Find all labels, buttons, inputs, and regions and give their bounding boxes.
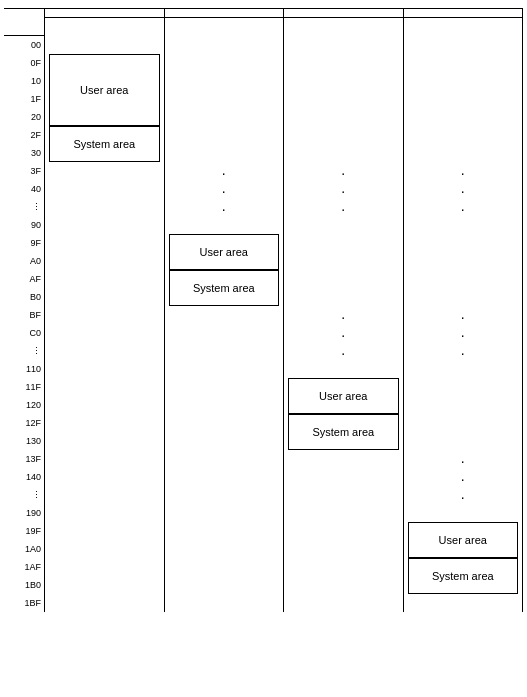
dot-marker: · xyxy=(404,308,523,326)
row-label: BF xyxy=(4,306,44,324)
row-label: 40 xyxy=(4,180,44,198)
row-label: 19F xyxy=(4,522,44,540)
row-label: 13F xyxy=(4,450,44,468)
rxry-label xyxy=(4,8,44,36)
columns-area: User areaSystem area User areaSystem are… xyxy=(44,8,523,612)
dot-marker: · xyxy=(404,470,523,488)
dot-marker: · xyxy=(165,164,284,182)
row-label: 190 xyxy=(4,504,44,522)
row-label: AF xyxy=(4,270,44,288)
row-label: 10 xyxy=(4,72,44,90)
col-header-1 xyxy=(44,9,164,17)
col-header-3 xyxy=(283,9,403,17)
row-label: 9F xyxy=(4,234,44,252)
main-container: 000F101F202F303F40⋮909FA0AFB0BFC0⋮11011F… xyxy=(0,0,527,616)
row-label: 1A0 xyxy=(4,540,44,558)
table-wrapper: 000F101F202F303F40⋮909FA0AFB0BFC0⋮11011F… xyxy=(4,8,523,612)
col-3: User areaSystem area······ xyxy=(283,18,403,612)
col-header-2 xyxy=(164,9,284,17)
col1-system-area: System area xyxy=(49,126,160,162)
col-headers xyxy=(44,8,523,18)
col-4: User areaSystem area········· xyxy=(403,18,524,612)
row-label: 20 xyxy=(4,108,44,126)
col4-user-area: User area xyxy=(408,522,519,558)
dot-marker: · xyxy=(284,326,403,344)
row-label: 30 xyxy=(4,144,44,162)
row-label: 2F xyxy=(4,126,44,144)
row-label: C0 xyxy=(4,324,44,342)
dot-marker: · xyxy=(404,182,523,200)
row-label: 110 xyxy=(4,360,44,378)
dot-marker: · xyxy=(165,200,284,218)
col-2: User areaSystem area··· xyxy=(164,18,284,612)
dot-marker: · xyxy=(404,452,523,470)
row-label: 0F xyxy=(4,54,44,72)
dot-marker: · xyxy=(165,182,284,200)
dot-marker: · xyxy=(404,488,523,506)
col3-system-area: System area xyxy=(288,414,399,450)
col2-user-area: User area xyxy=(169,234,280,270)
col1-user-area: User area xyxy=(49,54,160,126)
row-label: 1AF xyxy=(4,558,44,576)
row-label: ⋮ xyxy=(4,198,44,216)
col-header-4 xyxy=(403,9,524,17)
dot-marker: · xyxy=(284,344,403,362)
col2-system-area: System area xyxy=(169,270,280,306)
row-label: ⋮ xyxy=(4,486,44,504)
row-label: 3F xyxy=(4,162,44,180)
row-label: 140 xyxy=(4,468,44,486)
row-label: 12F xyxy=(4,414,44,432)
dot-marker: · xyxy=(284,200,403,218)
row-label: 00 xyxy=(4,36,44,54)
row-label: 1F xyxy=(4,90,44,108)
dot-marker: · xyxy=(404,200,523,218)
col3-user-area: User area xyxy=(288,378,399,414)
row-label: B0 xyxy=(4,288,44,306)
row-labels: 000F101F202F303F40⋮909FA0AFB0BFC0⋮11011F… xyxy=(4,8,44,612)
dot-marker: · xyxy=(404,164,523,182)
dot-marker: · xyxy=(284,164,403,182)
data-grid: User areaSystem area User areaSystem are… xyxy=(44,18,523,612)
col4-system-area: System area xyxy=(408,558,519,594)
row-label: 120 xyxy=(4,396,44,414)
col-1: User areaSystem area xyxy=(44,18,164,612)
row-label: 1BF xyxy=(4,594,44,612)
row-label: 90 xyxy=(4,216,44,234)
row-label: ⋮ xyxy=(4,342,44,360)
dot-marker: · xyxy=(404,344,523,362)
row-label: A0 xyxy=(4,252,44,270)
row-label: 1B0 xyxy=(4,576,44,594)
dot-marker: · xyxy=(284,182,403,200)
row-label: 11F xyxy=(4,378,44,396)
dot-marker: · xyxy=(284,308,403,326)
dot-marker: · xyxy=(404,326,523,344)
row-label: 130 xyxy=(4,432,44,450)
